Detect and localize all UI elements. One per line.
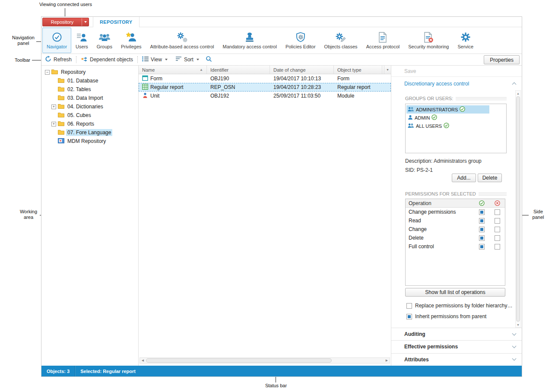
scroll-down-arrow[interactable]: ▼ <box>515 322 521 327</box>
column-header-label: Object type <box>337 67 362 73</box>
tree-item-label: 01. Database <box>66 77 99 84</box>
expand-icon[interactable]: + <box>51 122 56 126</box>
replace-permissions-checkbox[interactable] <box>406 303 412 309</box>
properties-button[interactable]: Properties <box>484 55 520 64</box>
show-full-list-button[interactable]: Show full list of operations <box>405 288 505 297</box>
search-button[interactable] <box>206 56 212 63</box>
navigation-tree: − Repository 01. Database 02. Tables 03.… <box>41 66 139 366</box>
status-selected: Selected: Regular report <box>75 366 141 376</box>
allow-checkbox[interactable] <box>479 209 485 215</box>
chevron-down-icon <box>84 21 87 23</box>
refresh-label: Refresh <box>54 57 72 63</box>
deny-checkbox[interactable] <box>495 244 500 250</box>
tree-item-cubes[interactable]: 05. Cubes <box>41 111 138 120</box>
tree-item-mdm-repository[interactable]: MDM Repository <box>41 137 138 145</box>
repository-menu-dropdown[interactable] <box>82 18 89 26</box>
group-item-all-users[interactable]: ALL USERS <box>406 122 505 130</box>
deny-checkbox[interactable] <box>495 227 500 232</box>
ribbon-item-privileges[interactable]: Privileges <box>117 28 146 53</box>
groups-or-users-label-row: GROUPS OR USERS: <box>405 96 507 101</box>
collapse-icon[interactable]: − <box>45 70 50 75</box>
ribbon-item-mandatory-access-control[interactable]: Mandatory access control <box>219 28 281 53</box>
ribbon-item-label: Service <box>457 44 473 49</box>
tree-item-repository[interactable]: − Repository <box>41 68 138 76</box>
scroll-up-arrow[interactable]: ▲ <box>515 91 521 96</box>
column-header-name[interactable]: Name ▲ <box>139 66 207 74</box>
view-dropdown[interactable]: View <box>142 56 168 63</box>
ribbon-item-security-monitoring[interactable]: Security monitoring <box>404 28 453 53</box>
granted-check-icon <box>460 106 465 113</box>
scrollbar-thumb[interactable] <box>516 96 520 322</box>
ribbon-item-label: Groups <box>97 44 112 49</box>
tree-item-fore-language[interactable]: 07. Fore Language <box>41 128 138 137</box>
refresh-button[interactable]: Refresh <box>45 56 72 63</box>
allow-checkbox[interactable] <box>479 235 485 241</box>
ribbon-item-label: Privileges <box>121 44 142 49</box>
vertical-scrollbar[interactable]: ▲ ▼ <box>515 90 521 328</box>
grid-row-form[interactable]: Form OBJ190 19/04/2017 10:10:13 Form <box>139 74 391 83</box>
tree-item-database[interactable]: 01. Database <box>41 76 138 85</box>
grid-row-regular-report-selected[interactable]: Regular report REP_OSN 19/04/2017 10:28:… <box>139 83 391 92</box>
sort-dropdown[interactable]: Sort <box>176 56 199 63</box>
side-panel: Save Discretionary access control GROUPS… <box>391 66 522 366</box>
group-item-administrators[interactable]: ADMINISTRATORS <box>406 105 489 114</box>
column-header-identifier[interactable]: Identifier <box>207 66 270 74</box>
ribbon-item-navigator[interactable]: Navigator <box>42 28 71 53</box>
column-header-date-of-change[interactable]: Date of change <box>270 66 334 74</box>
section-header-discretionary-access-control[interactable]: Discretionary access control <box>391 77 522 90</box>
expand-icon[interactable]: + <box>51 104 56 109</box>
tree-item-label: MDM Repository <box>66 138 107 145</box>
ribbon-item-users[interactable]: Users <box>71 28 92 53</box>
toolbar-separator <box>76 56 76 63</box>
deny-checkbox[interactable] <box>495 218 500 224</box>
column-header-object-type[interactable]: Object type <box>334 66 382 74</box>
deny-column-header-x-icon <box>489 200 505 206</box>
deny-checkbox[interactable] <box>495 235 500 241</box>
scrollbar-thumb[interactable] <box>146 358 332 363</box>
folder-icon <box>58 86 64 93</box>
section-header-attributes[interactable]: Attributes <box>391 354 522 366</box>
add-button[interactable]: Add... <box>452 174 476 182</box>
deny-checkbox[interactable] <box>495 209 500 215</box>
annotation-working-area: Working area <box>17 209 40 220</box>
group-sid: SID: PS-2-1 <box>405 167 433 173</box>
allow-checkbox[interactable] <box>479 227 485 232</box>
tree-item-dictionaries[interactable]: + 04. Dictionaries <box>41 102 138 111</box>
horizontal-scrollbar[interactable]: ◀ ▶ <box>140 357 390 364</box>
tab-repository[interactable]: REPOSITORY <box>93 17 140 27</box>
inherit-permissions-checkbox-row[interactable]: Inherit permissions from parent <box>406 313 486 319</box>
scroll-right-arrow[interactable]: ▶ <box>384 358 390 363</box>
policies-editor-icon <box>295 32 306 43</box>
inherit-permissions-checkbox[interactable] <box>406 314 412 319</box>
allow-checkbox[interactable] <box>479 244 485 250</box>
permission-row-change: Change <box>406 225 505 234</box>
allow-checkbox[interactable] <box>479 218 485 224</box>
scroll-left-arrow[interactable]: ◀ <box>140 358 146 363</box>
section-header-auditing[interactable]: Auditing <box>391 328 522 341</box>
tree-item-tables[interactable]: 02. Tables <box>41 85 138 94</box>
ribbon-item-attribute-based-access-control[interactable]: Attribute-based access control <box>146 28 219 53</box>
delete-button[interactable]: Delete <box>478 174 502 182</box>
permissions-label: PERMISSIONS FOR SELECTED <box>405 191 476 196</box>
view-label: View <box>151 57 162 63</box>
ribbon-item-service[interactable]: Service <box>453 28 478 53</box>
grid-row-unit[interactable]: Unit OBJ192 25/09/2017 11:03:50 Module <box>139 92 391 100</box>
repository-menu-button[interactable]: Repository <box>42 18 89 26</box>
ribbon-item-policies-editor[interactable]: Policies Editor <box>281 28 320 53</box>
tree-item-data-import[interactable]: 03. Data Import <box>41 94 138 102</box>
replace-permissions-checkbox-row[interactable]: Replace permissions by folder hierarchy… <box>406 303 512 309</box>
replace-permissions-label: Replace permissions by folder hierarchy… <box>415 303 512 309</box>
groups-or-users-label: GROUPS OR USERS: <box>405 96 453 101</box>
group-item-admin[interactable]: ADMIN <box>406 114 505 122</box>
toolbar: Refresh Dependent objects View Sort Prop… <box>41 54 522 66</box>
section-header-effective-permissions[interactable]: Effective permissions <box>391 341 522 353</box>
column-header-label: Name <box>142 67 155 73</box>
tree-item-reports[interactable]: + 06. Reports <box>41 120 138 128</box>
ribbon-item-groups[interactable]: Groups <box>92 28 117 53</box>
column-chooser-button[interactable]: ▼ <box>384 66 391 74</box>
save-button-disabled[interactable]: Save <box>391 66 522 77</box>
ribbon-item-objects-classes[interactable]: Objects classes <box>320 28 362 53</box>
ribbon-item-access-protocol[interactable]: Access protocol <box>362 28 404 53</box>
dependent-objects-button[interactable]: Dependent objects <box>81 56 133 63</box>
section-header-label: Effective permissions <box>404 344 458 350</box>
